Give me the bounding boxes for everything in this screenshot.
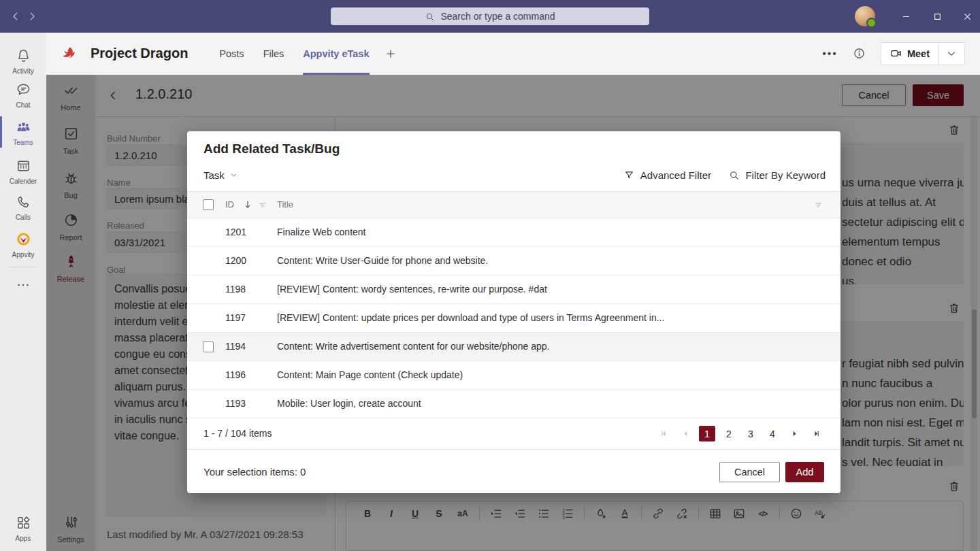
table-row[interactable]: 1196Content: Main Page content (Check up… (187, 361, 840, 390)
rail-item-label: Chat (0, 101, 46, 109)
minimize-button[interactable] (890, 0, 921, 33)
teams-window: Search or type a command Apps ActivityCh… (0, 0, 980, 551)
titlebar: Search or type a command (0, 0, 980, 33)
meet-label: Meet (907, 48, 938, 59)
rail-item-appvity[interactable]: Appvity (0, 231, 46, 258)
rail-item-label: Calls (0, 214, 46, 221)
filter-keyword-label: Filter By Keyword (745, 169, 826, 181)
row-title: Mobile: User login, create account (277, 390, 824, 418)
add-tab-icon[interactable] (385, 48, 397, 60)
search-icon (425, 12, 435, 22)
filter-by-keyword-button[interactable]: Filter By Keyword (728, 169, 826, 181)
rail-item-label: Activity (0, 67, 46, 75)
row-id: 1201 (225, 218, 246, 246)
team-name: Project Dragon (91, 46, 188, 61)
dialog-add-button[interactable]: Add (785, 462, 824, 482)
page-button-1[interactable]: 1 (699, 426, 715, 441)
previous-page-button[interactable] (677, 426, 693, 442)
first-page-button[interactable] (655, 426, 672, 442)
forward-icon[interactable] (26, 10, 38, 22)
tab-posts[interactable]: Posts (210, 33, 253, 75)
maximize-icon (932, 11, 943, 22)
search-input[interactable]: Search or type a command (331, 7, 649, 25)
sort-descending-icon[interactable] (242, 199, 253, 210)
rail-item-label: Apps (0, 535, 46, 542)
selection-summary: Your selection items: 0 (203, 466, 306, 478)
more-options-icon[interactable]: ••• (822, 48, 838, 60)
add-related-task-dialog: Add Related Task/Bug Task Advanced Filte… (187, 131, 840, 493)
bell-icon (16, 48, 31, 63)
next-page-button-icon (789, 429, 800, 439)
select-all-checkbox[interactable] (203, 199, 214, 210)
row-title: Content: Write advertisement content for… (277, 333, 824, 361)
row-title: [REVIEW] Content: wordy sentences, re-wr… (277, 276, 824, 303)
camera-icon (889, 47, 902, 60)
table-row[interactable]: 1194Content: Write advertisement content… (187, 333, 840, 361)
rail-item-activity[interactable]: Activity (0, 48, 46, 75)
header-actions: ••• Meet (822, 42, 980, 65)
row-id: 1193 (225, 390, 246, 418)
dialog-cancel-button[interactable]: Cancel (719, 462, 780, 482)
previous-page-button-icon (681, 429, 691, 439)
page-button-2[interactable]: 2 (721, 426, 737, 441)
calendar-icon (16, 158, 31, 173)
last-page-button[interactable] (808, 426, 824, 442)
team-logo-icon (60, 45, 78, 63)
table-row[interactable]: 1193Mobile: User login, create account (187, 390, 840, 418)
column-filter-icon[interactable] (257, 200, 267, 210)
row-id: 1200 (225, 247, 246, 275)
more-apps-button[interactable] (0, 278, 46, 295)
rail-item-apps[interactable]: Apps (0, 515, 46, 542)
rail-item-label: Calender (0, 178, 46, 185)
type-dropdown[interactable]: Task (203, 169, 238, 181)
rail-item-label: Teams (0, 139, 46, 146)
advanced-filter-button[interactable]: Advanced Filter (623, 169, 711, 181)
row-title: Content: Main Page content (Check update… (277, 361, 824, 389)
pagination-bar: 1 - 7 / 104 items 1234 (187, 418, 840, 450)
avatar[interactable] (855, 6, 875, 27)
close-button[interactable] (951, 0, 980, 33)
chevron-down-icon[interactable] (938, 48, 964, 60)
row-checkbox[interactable] (203, 341, 214, 352)
rail-item-calls[interactable]: Calls (0, 194, 46, 221)
back-icon[interactable] (10, 10, 22, 22)
rail-item-teams[interactable]: Teams (0, 119, 46, 146)
meet-button[interactable]: Meet (881, 42, 965, 65)
table-row[interactable]: 1198[REVIEW] Content: wordy sentences, r… (187, 276, 840, 304)
page-button-4[interactable]: 4 (764, 426, 781, 441)
page-button-3[interactable]: 3 (742, 426, 759, 441)
table-row[interactable]: 1201Finalize Web content (187, 218, 840, 247)
table-row[interactable]: 1197[REVIEW] Content: update prices per … (187, 304, 840, 333)
more-icon (16, 278, 31, 293)
rail-item-chat[interactable]: Chat (0, 82, 46, 109)
presence-status (866, 18, 877, 28)
tab-appvity-etask[interactable]: Appvity eTask (293, 33, 378, 75)
dialog-title: Add Related Task/Bug (203, 141, 340, 156)
row-id: 1196 (225, 361, 246, 389)
title-column-header: Title (277, 192, 293, 218)
row-title: [REVIEW] Content: update prices per down… (277, 304, 824, 332)
search-placeholder: Search or type a command (440, 11, 555, 22)
items-summary: 1 - 7 / 104 items (203, 418, 272, 449)
table-row[interactable]: 1200Content: Write User-Guide for phone … (187, 247, 840, 276)
team-header: Project Dragon PostsFilesAppvity eTask •… (46, 33, 980, 75)
funnel-icon (623, 169, 635, 181)
tab-files[interactable]: Files (254, 33, 294, 75)
last-page-button-icon (811, 429, 821, 439)
rail-item-calender[interactable]: Calender (0, 158, 46, 185)
app-rail: Apps ActivityChatTeamsCalenderCallsAppvi… (0, 33, 46, 551)
rail-item-label: Appvity (0, 251, 46, 258)
calls-icon (16, 194, 31, 210)
table-header: ID Title (187, 191, 840, 218)
search-icon (728, 169, 740, 181)
minimize-icon (900, 11, 912, 22)
info-icon[interactable] (853, 47, 866, 60)
type-dropdown-value: Task (203, 169, 225, 181)
apps-icon (16, 515, 31, 531)
maximize-button[interactable] (921, 0, 953, 33)
row-id: 1198 (225, 276, 246, 303)
task-table: 1201Finalize Web content1200Content: Wri… (187, 218, 840, 418)
next-page-button[interactable] (786, 426, 802, 442)
column-filter-icon[interactable] (813, 200, 823, 210)
row-id: 1197 (225, 304, 246, 332)
